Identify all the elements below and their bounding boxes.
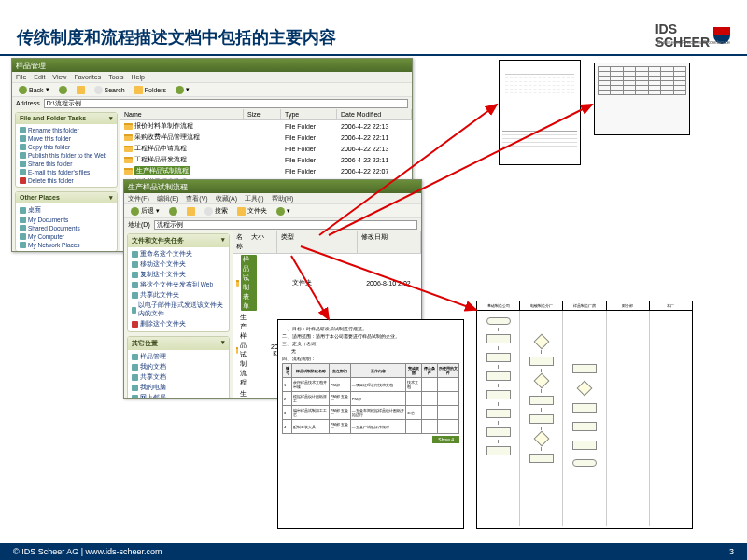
chevron-icon: ▾ [109, 194, 113, 202]
forward-icon [59, 86, 67, 94]
place-link[interactable]: 样品管理 [132, 352, 225, 362]
col-date[interactable]: Date Modified [337, 109, 412, 119]
doc-preview-table [594, 63, 690, 135]
folders-button[interactable]: 文件夹 [234, 205, 270, 217]
file-row[interactable]: 生产样品试制流程File Folder2006-4-22 22:07 [120, 165, 412, 176]
places-panel-header[interactable]: Other Places▾ [16, 192, 117, 203]
slide-header: 传统制度和流程描述文档中包括的主要内容 IDS SCHEER Business … [0, 0, 747, 56]
folders-button[interactable]: Folders [132, 85, 169, 95]
menubar-2[interactable]: 文件(F)编辑(E)查看(V)收藏(A)工具(I)帮助(H) [124, 193, 421, 203]
address-input-1[interactable] [44, 99, 408, 108]
task-link[interactable]: Delete this folder [20, 176, 113, 185]
tasks-sidepane-2: 文件和文件夹任务▾ 重命名这个文件夹 移动这个文件夹 复制这个文件夹 将这个文件… [124, 231, 233, 398]
views-button[interactable]: ▾ [274, 206, 293, 217]
task-link[interactable]: 重命名这个文件夹 [132, 249, 225, 259]
up-button[interactable] [74, 85, 88, 95]
folders-icon [134, 86, 143, 94]
file-row[interactable]: 工程样品申请流程File Folder2006-4-22 22:13 [120, 143, 412, 154]
titlebar-2[interactable]: 生产样品试制流程 [124, 180, 421, 193]
place-link[interactable]: 桌面 [20, 205, 113, 216]
titlebar-1[interactable]: 样品管理 [12, 59, 412, 72]
file-row[interactable]: 采购收费样品管理流程File Folder2006-4-22 22:11 [120, 132, 412, 143]
up-icon [77, 86, 85, 94]
col-size[interactable]: Size [244, 109, 281, 119]
doc-preview-visio-flowchart: 基础制造公司电镀制造分厂样品制造厂房财务部本厂 [476, 301, 693, 529]
slide-title: 传统制度和流程描述文档中包括的主要内容 [17, 26, 336, 49]
address-bar-2[interactable]: 地址(D) [124, 218, 421, 231]
place-link[interactable]: 我的电脑 [132, 383, 225, 393]
views-button[interactable]: ▾ [173, 85, 192, 95]
place-link[interactable]: My Computer [20, 232, 113, 241]
file-row[interactable]: 报价时料单制作流程File Folder2006-4-22 22:13 [120, 120, 412, 132]
doc-preview-form [499, 60, 581, 165]
toolbar-2[interactable]: 后退 ▾ 搜索 文件夹 ▾ [124, 203, 421, 218]
up-button[interactable] [184, 206, 198, 217]
place-link[interactable]: My Documents [20, 216, 113, 224]
toolbar-1[interactable]: Back ▾ Search Folders ▾ [12, 82, 412, 97]
address-input-2[interactable] [154, 220, 417, 230]
task-link[interactable]: Move this folder [20, 134, 113, 143]
col-name[interactable]: Name [120, 109, 244, 119]
tasks-sidepane-1: File and Folder Tasks▾ Rename this folde… [12, 109, 120, 251]
file-row[interactable]: 样品试制表单文件夹2006-8-10 2:02 [233, 254, 421, 312]
page-number: 3 [729, 547, 734, 556]
back-icon [19, 86, 27, 94]
task-link[interactable]: Rename this folder [20, 126, 113, 134]
slide-footer: © IDS Scheer AG | www.ids-scheer.com 3 [0, 543, 747, 560]
task-link[interactable]: Copy this folder [20, 143, 113, 151]
tasks-panel-header[interactable]: File and Folder Tasks▾ [16, 113, 117, 124]
task-link[interactable]: Publish this folder to the Web [20, 151, 113, 160]
task-link[interactable]: E-mail this folder's files [20, 168, 113, 176]
place-link[interactable]: 共享文档 [132, 372, 225, 383]
search-button[interactable]: Search [92, 85, 128, 95]
file-row[interactable]: 工程样品研发流程File Folder2006-4-22 22:11 [120, 154, 412, 165]
search-button[interactable]: 搜索 [202, 205, 231, 217]
chevron-icon: ▾ [109, 115, 113, 122]
back-button[interactable]: 后退 ▾ [128, 205, 162, 217]
col-type[interactable]: Type [281, 109, 337, 119]
task-link[interactable]: 以电子邮件形式发送该文件夹内的文件 [132, 301, 225, 319]
show-4-badge: Show 4 [432, 436, 459, 443]
doc-preview-word: 一、 目标：对样品研发后试制进行规范。 二、 适用范围：适用于本公司需要进行样品… [277, 319, 464, 529]
slide-canvas: 样品管理 FileEditViewFavoritesToolsHelp Back… [11, 58, 736, 541]
back-icon [131, 207, 139, 216]
task-link[interactable]: 复制这个文件夹 [132, 270, 225, 280]
search-icon [94, 86, 103, 94]
views-icon [176, 86, 184, 94]
fwd-button[interactable] [166, 206, 180, 217]
place-link[interactable]: 我的文档 [132, 362, 225, 372]
address-bar-1[interactable]: Address [12, 97, 412, 109]
place-link[interactable]: My Network Places [20, 241, 113, 249]
back-button[interactable]: Back ▾ [16, 85, 52, 95]
place-link[interactable]: 网上邻居 [132, 393, 225, 398]
task-link[interactable]: 删除这个文件夹 [132, 319, 225, 329]
task-link[interactable]: Share this folder [20, 160, 113, 168]
place-link[interactable]: Shared Documents [20, 224, 113, 232]
task-link[interactable]: 将这个文件夹发布到 Web [132, 280, 225, 290]
fwd-button[interactable] [56, 85, 70, 95]
task-link[interactable]: 共享此文件夹 [132, 290, 225, 301]
task-link[interactable]: 移动这个文件夹 [132, 259, 225, 270]
menubar-1[interactable]: FileEditViewFavoritesToolsHelp [12, 72, 412, 82]
